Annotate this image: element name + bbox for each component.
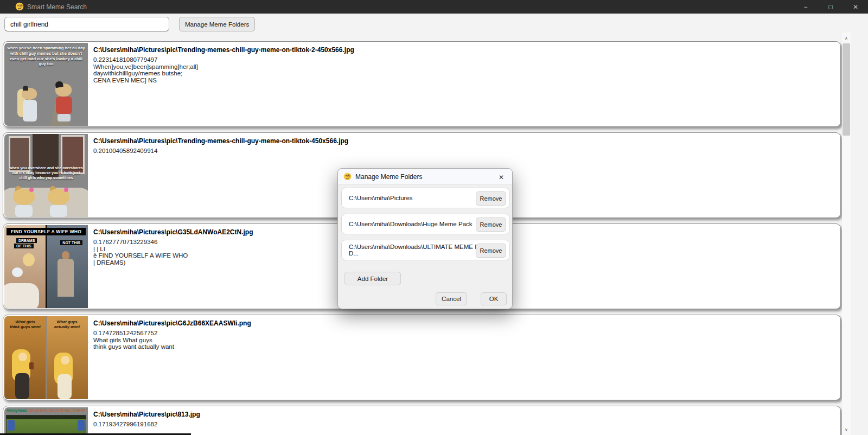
chill-guy-character xyxy=(54,84,74,124)
remove-folder-button[interactable]: Remove xyxy=(476,191,506,206)
poster-name: Anonymous xyxy=(7,408,27,412)
post-header: Anonymous 03/02/23(Thu)10:04:35 No.17149… xyxy=(7,408,86,412)
folder-row: C:\Users\miha\Pictures Remove xyxy=(341,188,510,208)
scrollbar-track[interactable]: ∧ ∨ xyxy=(842,33,851,435)
file-path: C:\Users\miha\Pictures\pic\813.jpg xyxy=(93,411,834,418)
businesswoman-figure xyxy=(58,259,74,297)
ocr-line: think guys want actually want xyxy=(93,343,834,350)
blanket-shape xyxy=(4,283,39,308)
ocr-text: What girls What guys think guys want act… xyxy=(93,337,834,350)
post-image xyxy=(6,415,86,435)
folder-path: C:\Users\miha\Pictures xyxy=(349,188,413,208)
chill-girl-character xyxy=(12,189,36,217)
ocr-text: \When]you;ve]been]spamming]her;all] dayw… xyxy=(93,63,834,84)
ocr-line: \When]you;ve]been]spamming]her;all] xyxy=(93,63,834,71)
scroll-down-button[interactable]: ∨ xyxy=(842,425,851,434)
result-card[interactable]: Anonymous 03/02/23(Thu)10:04:35 No.17149… xyxy=(3,406,841,435)
remove-folder-button[interactable]: Remove xyxy=(476,218,506,232)
meme-label: NOT THIS xyxy=(60,240,82,245)
match-score: 0.17193427996191682 xyxy=(93,421,834,428)
meme-caption: when you've been spamming her all day wi… xyxy=(7,46,85,67)
file-path: C:\Users\miha\Pictures\pic\Trending-meme… xyxy=(93,46,834,54)
baby-figure xyxy=(12,267,23,277)
meme-thumbnail[interactable]: What girls think guys want What guys act… xyxy=(4,316,88,399)
folder-row: C:\Users\miha\Downloads\Huge Meme Pack R… xyxy=(341,214,510,234)
result-card[interactable]: when you've been spamming her all day wi… xyxy=(3,41,841,127)
meme-label: OF THIS xyxy=(14,244,34,248)
file-path: C:\Users\miha\Pictures\pic\Trending-meme… xyxy=(93,137,834,145)
dialog-title: Manage Meme Folders xyxy=(355,173,422,181)
search-input[interactable] xyxy=(4,17,169,31)
panel-divider xyxy=(46,225,47,308)
girl-figure xyxy=(12,349,37,399)
post-timestamp: 03/02/23(Thu)10:04:35 No.17149494 xyxy=(28,408,86,412)
meme-thumbnail[interactable]: FIND YOURSELF A WIFE WHO DREAMS OF THIS … xyxy=(4,225,88,308)
dialog-app-icon xyxy=(343,172,352,181)
folder-path: C:\Users\miha\Downloads\Huge Meme Pack xyxy=(349,214,473,234)
window-title: Smart Meme Search xyxy=(27,3,87,11)
cancel-button[interactable]: Cancel xyxy=(436,292,467,305)
file-path: C:\Users\miha\Pictures\pic\G6JzB66XEAASW… xyxy=(93,319,834,327)
match-score: 0.17472851242567752 xyxy=(93,330,834,337)
manage-folders-button[interactable]: Manage Meme Folders xyxy=(179,17,255,31)
match-score: 0.22314181080779497 xyxy=(93,56,834,63)
meme-thumbnail[interactable]: when you overshare and she overshares bu… xyxy=(4,134,88,217)
titlebar: Smart Meme Search − ▢ ✕ xyxy=(0,0,868,14)
match-score: 0.20100405892409914 xyxy=(93,148,834,155)
maximize-button[interactable]: ▢ xyxy=(818,0,843,14)
folder-row: C:\Users\miha\Downloads\ULTIMATE MEME PA… xyxy=(341,240,510,260)
meme-thumbnail[interactable]: when you've been spamming her all day wi… xyxy=(4,43,88,126)
meme-caption: when you overshare and she overshares bu… xyxy=(9,165,84,180)
girl-figure xyxy=(54,353,77,399)
meme-label: DREAMS xyxy=(16,238,37,243)
close-button[interactable]: ✕ xyxy=(843,0,868,14)
scrollbar-thumb[interactable] xyxy=(843,43,850,136)
meme-label: What guys actually want xyxy=(46,319,88,330)
meme-banner: FIND YOURSELF A WIFE WHO xyxy=(7,228,86,235)
app-icon xyxy=(15,2,24,11)
mom-figure xyxy=(23,253,35,266)
add-folder-button[interactable]: Add Folder xyxy=(344,272,401,285)
remove-folder-button[interactable]: Remove xyxy=(476,244,506,258)
ocr-line: What girls What guys xyxy=(93,337,834,344)
ok-button[interactable]: OK xyxy=(481,292,507,305)
meme-thumbnail[interactable]: Anonymous 03/02/23(Thu)10:04:35 No.17149… xyxy=(4,407,88,435)
meme-label: What girls think guys want xyxy=(4,319,46,330)
chill-girl-character xyxy=(47,189,71,217)
scroll-up-button[interactable]: ∧ xyxy=(842,34,851,42)
dialog-titlebar: Manage Meme Folders ✕ xyxy=(338,169,512,185)
manage-folders-dialog: Manage Meme Folders ✕ C:\Users\miha\Pict… xyxy=(337,168,513,309)
ocr-line: CENA EVEN MEC] NS xyxy=(93,77,834,84)
minimize-button[interactable]: − xyxy=(793,0,818,14)
dialog-close-icon[interactable]: ✕ xyxy=(496,172,507,183)
ocr-line: daywithichilllguy/memes butshe; xyxy=(93,70,834,77)
result-card[interactable]: What girls think guys want What guys act… xyxy=(3,315,841,400)
chill-girl-character xyxy=(21,88,39,124)
